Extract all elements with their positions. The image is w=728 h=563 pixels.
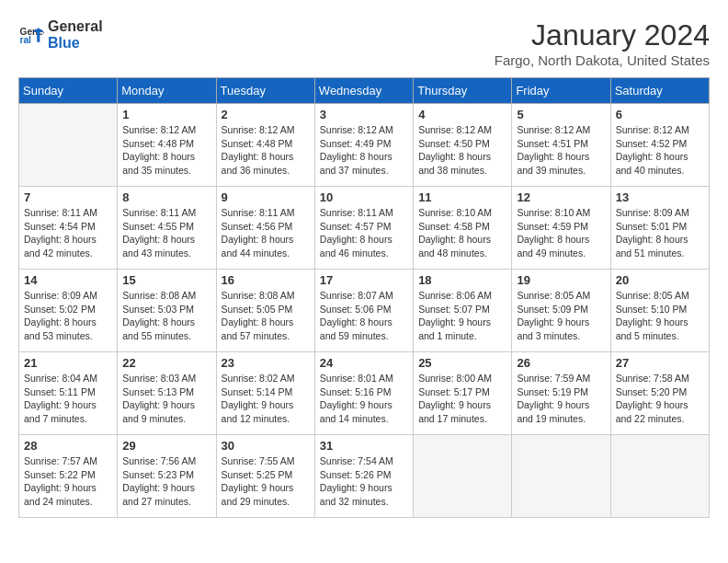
calendar-cell [610,435,709,518]
calendar-cell: 11Sunrise: 8:10 AMSunset: 4:58 PMDayligh… [414,187,512,270]
day-info: Sunrise: 8:05 AMSunset: 5:09 PMDaylight:… [517,289,605,343]
calendar-cell: 26Sunrise: 7:59 AMSunset: 5:19 PMDayligh… [512,352,610,435]
day-number: 10 [320,190,408,204]
day-number: 20 [616,273,704,287]
day-number: 25 [418,356,506,370]
day-info: Sunrise: 8:01 AMSunset: 5:16 PMDaylight:… [320,372,408,426]
weekday-header-cell: Wednesday [314,78,413,104]
calendar-cell: 27Sunrise: 7:58 AMSunset: 5:20 PMDayligh… [610,352,709,435]
day-info: Sunrise: 8:11 AMSunset: 4:54 PMDaylight:… [24,206,112,260]
calendar-cell: 31Sunrise: 7:54 AMSunset: 5:26 PMDayligh… [314,435,413,518]
location-title: Fargo, North Dakota, United States [495,52,710,68]
day-number: 18 [418,273,506,287]
calendar-cell: 25Sunrise: 8:00 AMSunset: 5:17 PMDayligh… [414,352,512,435]
day-info: Sunrise: 8:06 AMSunset: 5:07 PMDaylight:… [418,289,506,343]
calendar-cell: 14Sunrise: 8:09 AMSunset: 5:02 PMDayligh… [19,270,118,352]
calendar-cell: 22Sunrise: 8:03 AMSunset: 5:13 PMDayligh… [118,352,216,435]
weekday-header-cell: Friday [512,78,610,104]
logo-text-line1: General [48,18,103,35]
calendar-cell [512,435,610,518]
calendar-body: 1Sunrise: 8:12 AMSunset: 4:48 PMDaylight… [19,104,710,518]
day-number: 6 [616,108,704,121]
day-info: Sunrise: 8:12 AMSunset: 4:52 PMDaylight:… [616,123,704,178]
day-info: Sunrise: 8:09 AMSunset: 5:02 PMDaylight:… [24,289,112,343]
calendar-cell: 6Sunrise: 8:12 AMSunset: 4:52 PMDaylight… [610,104,709,187]
calendar-cell: 13Sunrise: 8:09 AMSunset: 5:01 PMDayligh… [610,187,709,270]
day-number: 1 [122,108,210,121]
day-number: 19 [517,273,605,287]
day-info: Sunrise: 8:08 AMSunset: 5:05 PMDaylight:… [222,289,310,343]
logo-text-line2: Blue [48,35,103,52]
day-info: Sunrise: 8:12 AMSunset: 4:51 PMDaylight:… [517,123,605,178]
day-info: Sunrise: 8:12 AMSunset: 4:49 PMDaylight:… [320,123,408,178]
day-info: Sunrise: 8:09 AMSunset: 5:01 PMDaylight:… [616,206,704,260]
day-info: Sunrise: 8:12 AMSunset: 4:48 PMDaylight:… [122,123,210,178]
day-number: 26 [517,356,605,370]
day-number: 24 [320,356,408,370]
day-info: Sunrise: 7:56 AMSunset: 5:23 PMDaylight:… [122,454,210,509]
day-info: Sunrise: 7:54 AMSunset: 5:26 PMDaylight:… [320,454,408,509]
calendar-week-row: 7Sunrise: 8:11 AMSunset: 4:54 PMDaylight… [19,187,710,270]
calendar-cell: 16Sunrise: 8:08 AMSunset: 5:05 PMDayligh… [216,270,314,352]
calendar-table: SundayMondayTuesdayWednesdayThursdayFrid… [18,77,710,518]
day-number: 30 [222,439,310,453]
calendar-cell: 2Sunrise: 8:12 AMSunset: 4:48 PMDaylight… [216,104,314,187]
day-info: Sunrise: 8:11 AMSunset: 4:57 PMDaylight:… [320,206,408,260]
day-info: Sunrise: 7:58 AMSunset: 5:20 PMDaylight:… [616,372,704,426]
calendar-cell: 21Sunrise: 8:04 AMSunset: 5:11 PMDayligh… [19,352,118,435]
day-number: 17 [320,273,408,287]
day-info: Sunrise: 8:10 AMSunset: 4:58 PMDaylight:… [418,206,506,260]
calendar-cell: 17Sunrise: 8:07 AMSunset: 5:06 PMDayligh… [314,270,413,352]
svg-text:ral: ral [20,35,32,45]
day-number: 8 [122,190,210,204]
calendar-cell: 28Sunrise: 7:57 AMSunset: 5:22 PMDayligh… [19,435,118,518]
day-number: 3 [320,108,408,121]
calendar-cell: 30Sunrise: 7:55 AMSunset: 5:25 PMDayligh… [216,435,314,518]
calendar-cell: 9Sunrise: 8:11 AMSunset: 4:56 PMDaylight… [216,187,314,270]
day-info: Sunrise: 7:55 AMSunset: 5:25 PMDaylight:… [222,454,310,509]
day-number: 16 [222,273,310,287]
day-number: 4 [418,108,506,121]
day-info: Sunrise: 8:02 AMSunset: 5:14 PMDaylight:… [222,372,310,426]
day-number: 7 [24,190,112,204]
logo: Gene- ral General Blue [18,18,103,51]
calendar-cell [19,104,118,187]
calendar-cell: 3Sunrise: 8:12 AMSunset: 4:49 PMDaylight… [314,104,413,187]
calendar-cell: 15Sunrise: 8:08 AMSunset: 5:03 PMDayligh… [118,270,216,352]
day-number: 23 [222,356,310,370]
calendar-week-row: 21Sunrise: 8:04 AMSunset: 5:11 PMDayligh… [19,352,710,435]
calendar-cell [414,435,512,518]
weekday-header-cell: Saturday [610,78,709,104]
day-info: Sunrise: 8:10 AMSunset: 4:59 PMDaylight:… [517,206,605,260]
weekday-header-cell: Thursday [414,78,512,104]
calendar-cell: 24Sunrise: 8:01 AMSunset: 5:16 PMDayligh… [314,352,413,435]
weekday-header-cell: Tuesday [216,78,314,104]
day-info: Sunrise: 8:12 AMSunset: 4:50 PMDaylight:… [418,123,506,178]
day-number: 14 [24,273,112,287]
calendar-cell: 19Sunrise: 8:05 AMSunset: 5:09 PMDayligh… [512,270,610,352]
day-number: 13 [616,190,704,204]
calendar-week-row: 14Sunrise: 8:09 AMSunset: 5:02 PMDayligh… [19,270,710,352]
day-info: Sunrise: 8:11 AMSunset: 4:55 PMDaylight:… [122,206,210,260]
day-number: 31 [320,439,408,453]
day-number: 15 [122,273,210,287]
calendar-cell: 12Sunrise: 8:10 AMSunset: 4:59 PMDayligh… [512,187,610,270]
day-info: Sunrise: 7:59 AMSunset: 5:19 PMDaylight:… [517,372,605,426]
weekday-header-row: SundayMondayTuesdayWednesdayThursdayFrid… [19,78,710,104]
day-number: 29 [122,439,210,453]
calendar-cell: 5Sunrise: 8:12 AMSunset: 4:51 PMDaylight… [512,104,610,187]
day-number: 9 [222,190,310,204]
day-info: Sunrise: 8:07 AMSunset: 5:06 PMDaylight:… [320,289,408,343]
calendar-cell: 8Sunrise: 8:11 AMSunset: 4:55 PMDaylight… [118,187,216,270]
day-number: 27 [616,356,704,370]
day-number: 28 [24,439,112,453]
day-number: 22 [122,356,210,370]
day-info: Sunrise: 8:00 AMSunset: 5:17 PMDaylight:… [418,372,506,426]
header: Gene- ral General Blue January 2024 Farg… [18,18,710,68]
day-number: 21 [24,356,112,370]
day-info: Sunrise: 8:12 AMSunset: 4:48 PMDaylight:… [222,123,310,178]
day-number: 5 [517,108,605,121]
day-number: 2 [222,108,310,121]
calendar-cell: 1Sunrise: 8:12 AMSunset: 4:48 PMDaylight… [118,104,216,187]
calendar-week-row: 28Sunrise: 7:57 AMSunset: 5:22 PMDayligh… [19,435,710,518]
